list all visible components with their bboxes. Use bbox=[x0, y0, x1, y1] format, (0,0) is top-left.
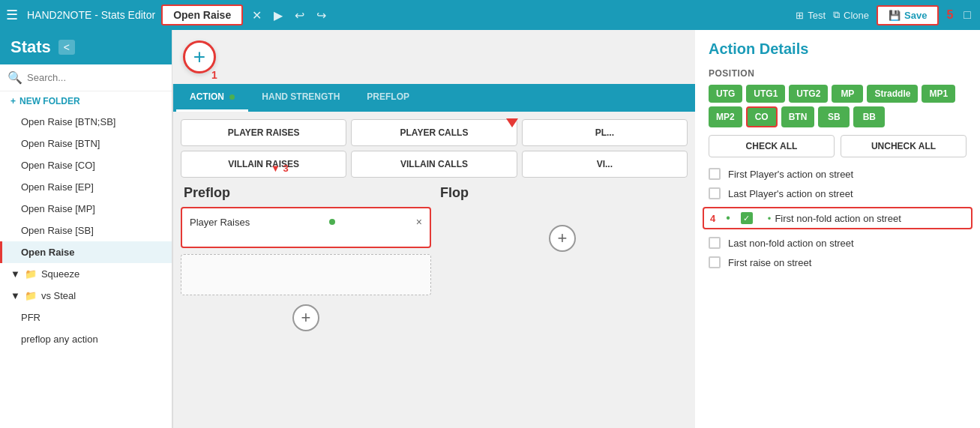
pos-mp-button[interactable]: MP bbox=[832, 85, 863, 103]
sidebar-item-open-raise-co[interactable]: Open Raise [CO] bbox=[0, 154, 172, 176]
sidebar-item-preflop-any-action[interactable]: preflop any action bbox=[0, 328, 172, 350]
sidebar-item-open-raise-btn-sb[interactable]: Open Raise [BTN;SB] bbox=[0, 111, 172, 133]
search-icon: 🔍 bbox=[7, 70, 22, 85]
condition-last-player-action: Last Player's action on street bbox=[709, 187, 967, 199]
flop-label: Flop bbox=[437, 185, 688, 201]
first-player-action-checkbox[interactable] bbox=[709, 168, 721, 180]
chip-close-button[interactable]: × bbox=[416, 216, 422, 228]
last-player-action-checkbox[interactable] bbox=[709, 187, 721, 199]
step-1-label: 1 bbox=[211, 69, 217, 81]
condition-first-nonfold-action: 4 • First non-fold action on street bbox=[703, 207, 973, 229]
villain-other-button[interactable]: VI... bbox=[522, 151, 688, 178]
tabs-header: ACTION HAND STRENGTH PREFLOP bbox=[173, 84, 695, 112]
topbar-actions: ⊞ Test ⧉ Clone 💾 Save 5 □ bbox=[796, 5, 974, 25]
condition-first-raise: First raise on street bbox=[709, 256, 967, 268]
collapse-arrow-icon: ▼ bbox=[10, 290, 20, 301]
test-icon: ⊞ bbox=[796, 10, 804, 21]
position-grid: UTG UTG1 UTG2 MP Straddle MP1 MP2 CO BTN… bbox=[709, 85, 967, 127]
step-4-label: 4 bbox=[710, 213, 715, 224]
redo-icon[interactable]: ↪ bbox=[313, 8, 329, 22]
check-all-row: CHECK ALL UNCHECK ALL bbox=[709, 135, 967, 157]
add-btn-container: + 1 bbox=[172, 30, 695, 84]
sidebar-header: Stats < bbox=[0, 30, 172, 64]
villain-calls-button[interactable]: VILLAIN CALLS bbox=[351, 151, 517, 178]
player-raises-button[interactable]: PLAYER RAISES bbox=[181, 119, 346, 146]
active-dot: • bbox=[726, 211, 730, 225]
tabs-area: ACTION HAND STRENGTH PREFLOP PLAYER RAIS… bbox=[172, 84, 695, 428]
first-player-action-label: First Player's action on street bbox=[728, 169, 853, 180]
condition-first-player-action: First Player's action on street bbox=[709, 168, 967, 180]
tab-hand-strength[interactable]: HAND STRENGTH bbox=[248, 84, 353, 112]
pos-utg1-button[interactable]: UTG1 bbox=[746, 85, 785, 103]
pos-sb-button[interactable]: SB bbox=[818, 106, 850, 127]
flop-add-row: + bbox=[437, 216, 688, 261]
sidebar-item-open-raise-sb[interactable]: Open Raise [SB] bbox=[0, 220, 172, 241]
new-folder-button[interactable]: + NEW FOLDER bbox=[0, 91, 172, 111]
sidebar: Stats < 🔍 + NEW FOLDER Open Raise [BTN;S… bbox=[0, 30, 172, 428]
sidebar-folder-squeeze[interactable]: ▼ 📁 Squeeze bbox=[0, 263, 172, 285]
tab-action[interactable]: ACTION bbox=[176, 84, 248, 112]
clone-icon: ⧉ bbox=[833, 9, 840, 21]
sidebar-item-open-raise-mp[interactable]: Open Raise [MP] bbox=[0, 198, 172, 220]
chip-active-dot bbox=[329, 219, 335, 225]
sidebar-folder-vs-steal[interactable]: ▼ 📁 vs Steal bbox=[0, 285, 172, 307]
step-3-annotation: ▼ 3 bbox=[271, 163, 289, 174]
plus-icon: + bbox=[10, 96, 16, 106]
pos-mp1-button[interactable]: MP1 bbox=[922, 85, 955, 103]
last-player-action-label: Last Player's action on street bbox=[728, 188, 853, 199]
check-all-button[interactable]: CHECK ALL bbox=[709, 135, 835, 157]
preflop-label: Preflop bbox=[181, 185, 431, 201]
folder-icon: 📁 bbox=[25, 290, 37, 301]
clone-button[interactable]: ⧉ Clone bbox=[833, 9, 869, 21]
pos-co-button[interactable]: CO bbox=[746, 106, 778, 127]
villain-raises-button[interactable]: VILLAIN RAISES bbox=[181, 151, 346, 178]
action-details-title: Action Details bbox=[709, 40, 967, 58]
nav-arrow-right-icon[interactable]: ▶ bbox=[271, 8, 286, 22]
flop-add-button[interactable]: + bbox=[549, 225, 576, 252]
preflop-column: Preflop Player Raises × + bbox=[181, 185, 431, 421]
flop-column: Flop + bbox=[437, 185, 688, 421]
preflop-empty-slot bbox=[181, 254, 431, 295]
player-raises-chip: Player Raises × bbox=[190, 216, 422, 228]
folder-label: Squeeze bbox=[41, 268, 79, 280]
action-buttons-grid: PLAYER RAISES PLAYER CALLS PL... VILLAIN… bbox=[173, 112, 695, 185]
collapse-arrow-icon: ▼ bbox=[10, 268, 20, 280]
pos-btn-button[interactable]: BTN bbox=[781, 106, 815, 127]
sidebar-item-open-raise-ep[interactable]: Open Raise [EP] bbox=[0, 176, 172, 198]
pos-bb-button[interactable]: BB bbox=[853, 106, 885, 127]
first-nonfold-action-checkbox[interactable] bbox=[741, 212, 753, 224]
pos-utg-button[interactable]: UTG bbox=[709, 85, 742, 103]
sidebar-item-open-raise-btn[interactable]: Open Raise [BTN] bbox=[0, 133, 172, 154]
pos-utg2-button[interactable]: UTG2 bbox=[789, 85, 828, 103]
preflop-add-button[interactable]: + bbox=[292, 304, 319, 331]
first-raise-label: First raise on street bbox=[728, 257, 811, 268]
sidebar-item-pfr[interactable]: PFR bbox=[0, 307, 172, 328]
condition-last-nonfold-action: Last non-fold action on street bbox=[709, 237, 967, 249]
close-stat-icon[interactable]: ✕ bbox=[249, 8, 265, 22]
position-section-label: POSITION bbox=[709, 68, 967, 79]
sidebar-item-open-raise[interactable]: Open Raise bbox=[0, 241, 172, 263]
sidebar-search: 🔍 bbox=[0, 64, 172, 91]
test-button[interactable]: ⊞ Test bbox=[796, 10, 826, 21]
stat-name-badge: Open Raise bbox=[161, 4, 243, 25]
pos-mp2-button[interactable]: MP2 bbox=[709, 106, 742, 127]
first-raise-checkbox[interactable] bbox=[709, 256, 721, 268]
menu-icon[interactable]: ☰ bbox=[6, 7, 18, 23]
preflop-add-row: + bbox=[181, 295, 431, 340]
last-nonfold-action-checkbox[interactable] bbox=[709, 237, 721, 249]
folder-icon: 📁 bbox=[25, 268, 37, 280]
undo-icon[interactable]: ↩ bbox=[292, 8, 307, 22]
first-nonfold-action-label: First non-fold action on street bbox=[768, 213, 901, 224]
player-calls-button[interactable]: PLAYER CALLS bbox=[351, 119, 517, 146]
step-5-label: 5 bbox=[946, 8, 953, 22]
sidebar-collapse-button[interactable]: < bbox=[58, 40, 75, 55]
folder-label: vs Steal bbox=[41, 290, 76, 301]
tab-preflop[interactable]: PREFLOP bbox=[353, 84, 423, 112]
player-other-button[interactable]: PL... bbox=[522, 119, 688, 146]
tab-active-dot bbox=[229, 94, 235, 100]
search-input[interactable] bbox=[27, 72, 164, 83]
save-button[interactable]: 💾 Save bbox=[877, 5, 939, 25]
uncheck-all-button[interactable]: UNCHECK ALL bbox=[841, 135, 967, 157]
pos-straddle-button[interactable]: Straddle bbox=[867, 85, 918, 103]
maximize-icon[interactable]: □ bbox=[961, 8, 974, 22]
